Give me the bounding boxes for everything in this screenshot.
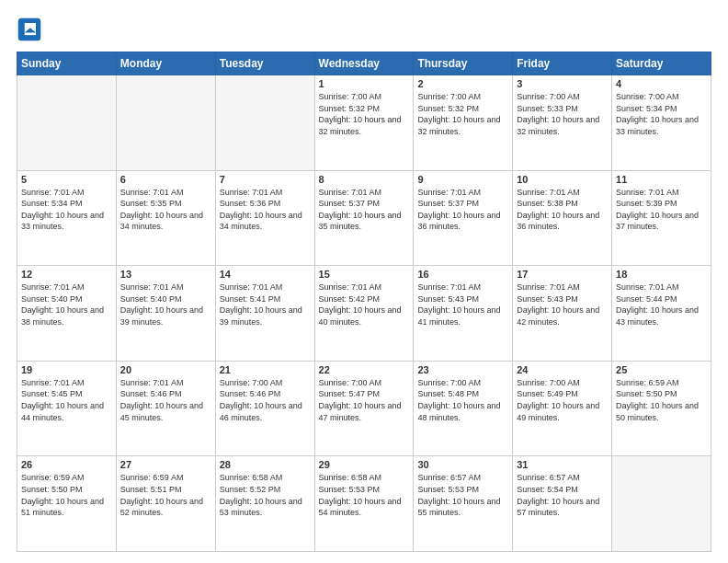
calendar-table: SundayMondayTuesdayWednesdayThursdayFrid… [17, 52, 711, 552]
day-number: 14 [220, 269, 311, 280]
page: SundayMondayTuesdayWednesdayThursdayFrid… [0, 0, 728, 563]
calendar-cell [612, 456, 711, 552]
calendar-cell: 16Sunrise: 7:01 AMSunset: 5:43 PMDayligh… [414, 266, 513, 362]
day-number: 6 [120, 174, 211, 185]
calendar-cell: 4Sunrise: 7:00 AMSunset: 5:34 PMDaylight… [612, 75, 711, 171]
day-number: 12 [21, 269, 112, 280]
logo-icon [17, 17, 42, 42]
weekday-header: Wednesday [314, 52, 414, 75]
day-number: 19 [21, 364, 112, 375]
calendar-week-row: 1Sunrise: 7:00 AMSunset: 5:32 PMDaylight… [17, 75, 711, 171]
calendar-cell [116, 75, 215, 171]
day-number: 26 [21, 459, 112, 470]
day-info: Sunrise: 7:00 AMSunset: 5:34 PMDaylight:… [616, 91, 707, 137]
day-info: Sunrise: 7:01 AMSunset: 5:46 PMDaylight:… [120, 377, 211, 423]
day-number: 13 [120, 269, 211, 280]
day-info: Sunrise: 7:01 AMSunset: 5:44 PMDaylight:… [616, 282, 707, 327]
calendar-cell: 11Sunrise: 7:01 AMSunset: 5:39 PMDayligh… [612, 170, 711, 266]
weekday-header: Sunday [17, 52, 117, 75]
day-number: 21 [220, 364, 311, 375]
calendar-cell: 1Sunrise: 7:00 AMSunset: 5:32 PMDaylight… [314, 75, 414, 171]
weekday-header-row: SundayMondayTuesdayWednesdayThursdayFrid… [17, 52, 711, 75]
calendar-cell: 7Sunrise: 7:01 AMSunset: 5:36 PMDaylight… [215, 170, 314, 266]
day-number: 18 [616, 269, 707, 280]
calendar-cell: 29Sunrise: 6:58 AMSunset: 5:53 PMDayligh… [314, 456, 414, 552]
calendar-week-row: 19Sunrise: 7:01 AMSunset: 5:45 PMDayligh… [17, 361, 711, 456]
weekday-header: Saturday [612, 52, 711, 75]
day-info: Sunrise: 6:58 AMSunset: 5:53 PMDaylight:… [319, 472, 410, 518]
calendar-cell [17, 75, 117, 171]
day-info: Sunrise: 7:01 AMSunset: 5:34 PMDaylight:… [21, 187, 112, 233]
calendar-week-row: 5Sunrise: 7:01 AMSunset: 5:34 PMDaylight… [17, 170, 711, 266]
day-number: 9 [417, 174, 508, 185]
day-info: Sunrise: 7:01 AMSunset: 5:40 PMDaylight:… [120, 282, 211, 327]
day-number: 11 [616, 174, 707, 185]
day-info: Sunrise: 7:01 AMSunset: 5:36 PMDaylight:… [220, 187, 311, 233]
day-info: Sunrise: 7:01 AMSunset: 5:40 PMDaylight:… [21, 282, 112, 327]
day-number: 7 [220, 174, 311, 185]
weekday-header: Monday [116, 52, 215, 75]
weekday-header: Tuesday [215, 52, 314, 75]
calendar-cell: 13Sunrise: 7:01 AMSunset: 5:40 PMDayligh… [116, 266, 215, 362]
calendar-cell: 8Sunrise: 7:01 AMSunset: 5:37 PMDaylight… [314, 170, 414, 266]
day-number: 3 [517, 78, 608, 89]
calendar-cell: 19Sunrise: 7:01 AMSunset: 5:45 PMDayligh… [17, 361, 117, 456]
day-number: 2 [417, 78, 508, 89]
day-info: Sunrise: 7:01 AMSunset: 5:45 PMDaylight:… [21, 377, 112, 423]
day-number: 27 [120, 459, 211, 470]
calendar-week-row: 26Sunrise: 6:59 AMSunset: 5:50 PMDayligh… [17, 456, 711, 552]
calendar-cell: 21Sunrise: 7:00 AMSunset: 5:46 PMDayligh… [215, 361, 314, 456]
day-number: 31 [517, 459, 608, 470]
day-info: Sunrise: 7:01 AMSunset: 5:41 PMDaylight:… [220, 282, 311, 327]
day-number: 15 [319, 269, 410, 280]
day-info: Sunrise: 7:00 AMSunset: 5:32 PMDaylight:… [319, 91, 410, 137]
day-info: Sunrise: 7:00 AMSunset: 5:48 PMDaylight:… [417, 377, 508, 423]
calendar-cell: 24Sunrise: 7:00 AMSunset: 5:49 PMDayligh… [513, 361, 612, 456]
calendar-cell: 6Sunrise: 7:01 AMSunset: 5:35 PMDaylight… [116, 170, 215, 266]
calendar-cell: 22Sunrise: 7:00 AMSunset: 5:47 PMDayligh… [314, 361, 414, 456]
day-info: Sunrise: 6:59 AMSunset: 5:51 PMDaylight:… [120, 472, 211, 518]
day-number: 23 [417, 364, 508, 375]
calendar-cell: 14Sunrise: 7:01 AMSunset: 5:41 PMDayligh… [215, 266, 314, 362]
day-number: 25 [616, 364, 707, 375]
calendar-cell: 23Sunrise: 7:00 AMSunset: 5:48 PMDayligh… [414, 361, 513, 456]
calendar-cell [215, 75, 314, 171]
header [17, 17, 711, 42]
day-number: 24 [517, 364, 608, 375]
day-number: 22 [319, 364, 410, 375]
calendar-cell: 28Sunrise: 6:58 AMSunset: 5:52 PMDayligh… [215, 456, 314, 552]
day-info: Sunrise: 7:01 AMSunset: 5:37 PMDaylight:… [319, 187, 410, 233]
calendar-cell: 3Sunrise: 7:00 AMSunset: 5:33 PMDaylight… [513, 75, 612, 171]
day-number: 10 [517, 174, 608, 185]
day-number: 16 [417, 269, 508, 280]
calendar-cell: 5Sunrise: 7:01 AMSunset: 5:34 PMDaylight… [17, 170, 117, 266]
calendar-cell: 26Sunrise: 6:59 AMSunset: 5:50 PMDayligh… [17, 456, 117, 552]
day-info: Sunrise: 7:00 AMSunset: 5:32 PMDaylight:… [417, 91, 508, 137]
day-info: Sunrise: 7:01 AMSunset: 5:43 PMDaylight:… [417, 282, 508, 327]
calendar-cell: 31Sunrise: 6:57 AMSunset: 5:54 PMDayligh… [513, 456, 612, 552]
day-number: 1 [319, 78, 410, 89]
day-info: Sunrise: 7:00 AMSunset: 5:46 PMDaylight:… [220, 377, 311, 423]
day-info: Sunrise: 7:00 AMSunset: 5:47 PMDaylight:… [319, 377, 410, 423]
calendar-cell: 10Sunrise: 7:01 AMSunset: 5:38 PMDayligh… [513, 170, 612, 266]
day-number: 28 [220, 459, 311, 470]
day-info: Sunrise: 7:00 AMSunset: 5:33 PMDaylight:… [517, 91, 608, 137]
day-info: Sunrise: 7:01 AMSunset: 5:42 PMDaylight:… [319, 282, 410, 327]
day-number: 5 [21, 174, 112, 185]
day-info: Sunrise: 6:59 AMSunset: 5:50 PMDaylight:… [616, 377, 707, 423]
day-number: 20 [120, 364, 211, 375]
day-info: Sunrise: 6:57 AMSunset: 5:54 PMDaylight:… [517, 472, 608, 518]
day-number: 30 [417, 459, 508, 470]
day-info: Sunrise: 7:01 AMSunset: 5:38 PMDaylight:… [517, 187, 608, 233]
calendar-cell: 20Sunrise: 7:01 AMSunset: 5:46 PMDayligh… [116, 361, 215, 456]
day-info: Sunrise: 6:59 AMSunset: 5:50 PMDaylight:… [21, 472, 112, 518]
calendar-cell: 15Sunrise: 7:01 AMSunset: 5:42 PMDayligh… [314, 266, 414, 362]
calendar-cell: 18Sunrise: 7:01 AMSunset: 5:44 PMDayligh… [612, 266, 711, 362]
calendar-cell: 17Sunrise: 7:01 AMSunset: 5:43 PMDayligh… [513, 266, 612, 362]
day-info: Sunrise: 7:01 AMSunset: 5:37 PMDaylight:… [417, 187, 508, 233]
day-info: Sunrise: 7:00 AMSunset: 5:49 PMDaylight:… [517, 377, 608, 423]
calendar-cell: 30Sunrise: 6:57 AMSunset: 5:53 PMDayligh… [414, 456, 513, 552]
logo [17, 17, 46, 42]
calendar-cell: 2Sunrise: 7:00 AMSunset: 5:32 PMDaylight… [414, 75, 513, 171]
weekday-header: Friday [513, 52, 612, 75]
